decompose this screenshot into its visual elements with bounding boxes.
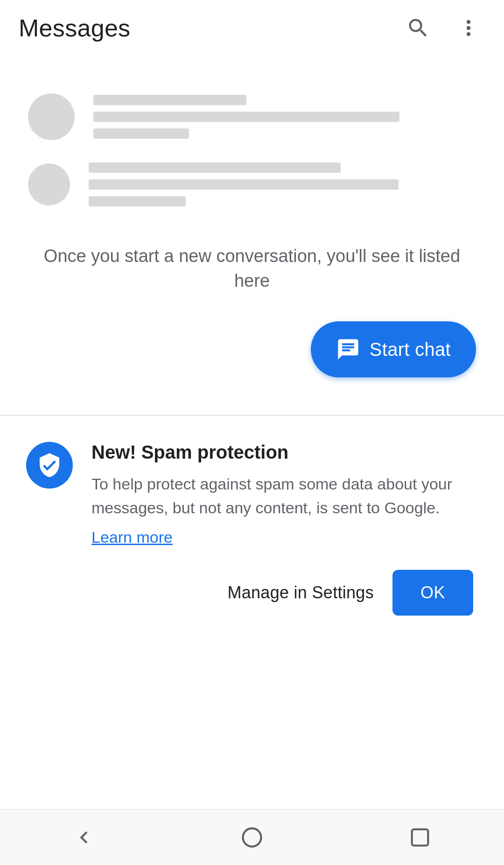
placeholder-item-2	[28, 163, 476, 206]
nav-back-button[interactable]	[65, 819, 103, 856]
learn-more-button[interactable]: Learn more	[91, 528, 173, 546]
search-icon	[406, 16, 430, 40]
spam-icon-circle	[26, 442, 73, 489]
nav-recents-button[interactable]	[401, 819, 439, 856]
placeholder-line	[93, 128, 189, 139]
home-icon	[240, 825, 264, 850]
recents-icon	[408, 825, 432, 850]
spam-header: New! Spam protection To help protect aga…	[26, 442, 478, 546]
shield-check-icon	[36, 452, 63, 478]
placeholder-lines-2	[89, 163, 476, 206]
ok-button[interactable]: OK	[392, 570, 473, 616]
empty-state: Once you start a new conversation, you'l…	[0, 56, 504, 293]
empty-state-description: Once you start a new conversation, you'l…	[28, 244, 476, 293]
app-bar-actions	[401, 11, 485, 45]
more-vert-icon	[456, 16, 481, 40]
placeholder-item-1	[28, 93, 476, 140]
nav-bar	[0, 809, 504, 865]
placeholder-line	[93, 112, 399, 122]
start-chat-label: Start chat	[370, 339, 451, 360]
chat-icon	[336, 337, 360, 362]
nav-home-button[interactable]	[233, 819, 271, 856]
placeholder-line	[93, 95, 246, 105]
spam-content: New! Spam protection To help protect aga…	[91, 442, 478, 546]
placeholder-line	[89, 163, 341, 173]
placeholder-avatar-1	[28, 93, 75, 140]
placeholder-lines-1	[93, 95, 476, 139]
placeholder-line	[89, 196, 186, 206]
svg-rect-1	[412, 829, 428, 845]
spam-protection-description: To help protect against spam some data a…	[91, 472, 478, 520]
start-chat-button[interactable]: Start chat	[311, 321, 476, 377]
spam-protection-section: New! Spam protection To help protect aga…	[0, 416, 504, 634]
more-options-button[interactable]	[452, 11, 485, 45]
back-icon	[72, 825, 96, 850]
app-bar-title: Messages	[19, 14, 130, 42]
spam-protection-title: New! Spam protection	[91, 442, 478, 463]
placeholder-list	[28, 93, 476, 206]
placeholder-line	[89, 179, 399, 190]
app-bar: Messages	[0, 0, 504, 56]
svg-point-0	[243, 828, 261, 846]
placeholder-avatar-2	[28, 163, 70, 206]
manage-settings-button[interactable]: Manage in Settings	[227, 583, 374, 603]
search-button[interactable]	[401, 11, 435, 45]
fab-container: Start chat	[0, 293, 504, 377]
spam-actions: Manage in Settings OK	[26, 570, 478, 616]
